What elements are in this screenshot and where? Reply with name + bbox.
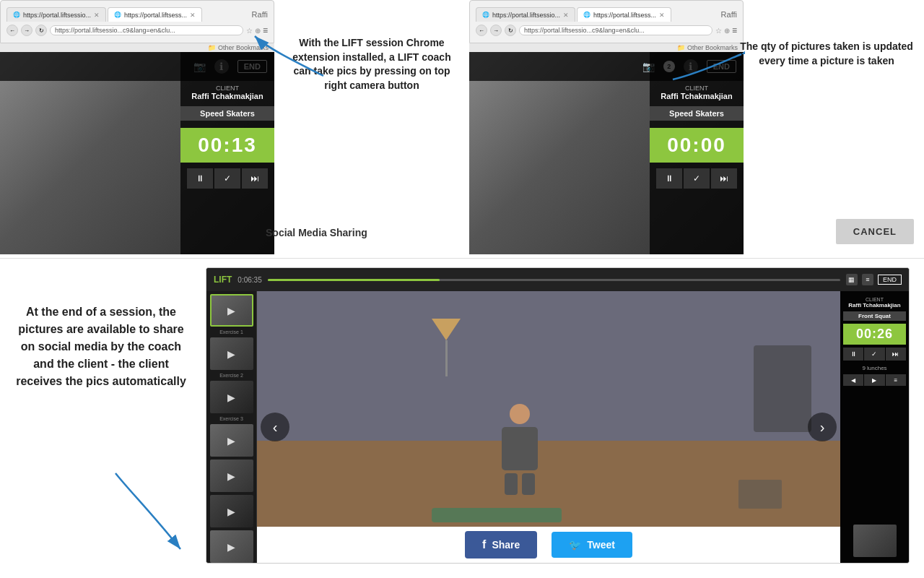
exercise-right: Speed Skaters xyxy=(650,106,744,121)
browser-tab-2-left[interactable]: 🌐 https://portal.liftsess... ✕ xyxy=(108,7,202,22)
thumbnail-item-1[interactable]: ▶ xyxy=(210,294,253,327)
rp-set-btn-2[interactable]: ▶ xyxy=(864,374,884,386)
browser-tab-2-right[interactable]: 🌐 https://portal.liftsess... ✕ xyxy=(577,7,671,22)
check-btn-left[interactable]: ✓ xyxy=(214,168,240,189)
thumbnail-item-5[interactable]: ▶ xyxy=(210,460,253,492)
thumbnail-item-2[interactable]: ▶ xyxy=(210,337,253,370)
thumbnail-item-4[interactable]: ▶ xyxy=(210,424,253,457)
app-icon-grid[interactable]: ▦ xyxy=(846,274,858,285)
play-icon-4: ▶ xyxy=(227,435,235,447)
play-icon-6: ▶ xyxy=(227,506,235,517)
rp-set-btn-3[interactable]: ≡ xyxy=(886,374,906,386)
browser-tab-1-left[interactable]: 🌐 https://portal.liftsessio... ✕ xyxy=(6,7,106,22)
pause-btn-left[interactable]: ⏸ xyxy=(187,168,213,189)
browser-user-left: Raffi xyxy=(252,10,268,19)
nav-prev-button[interactable]: ‹ xyxy=(261,413,289,441)
rp-client-name: Raffi Tchakmakjian xyxy=(848,302,900,309)
bottom-left-arrow xyxy=(101,470,188,556)
forward-button-left[interactable]: → xyxy=(21,25,32,36)
social-sharing-label: Social Media Sharing xyxy=(266,227,367,238)
app-header-timer: 0:06:35 xyxy=(237,276,261,284)
thumbnail-label-3: Exercise 3 xyxy=(206,416,256,421)
skip-btn-right[interactable]: ⏭ xyxy=(711,168,737,189)
lamp-shade xyxy=(432,319,461,340)
divider xyxy=(0,258,924,259)
app-brand: LIFT xyxy=(214,275,232,285)
left-leg xyxy=(505,473,518,495)
bottom-section: At the end of a session, the pictures ar… xyxy=(0,260,924,578)
play-icon-2: ▶ xyxy=(227,348,235,360)
app-body: ▶ Exercise 1 ▶ Exercise 2 ▶ Exercise 3 ▶ xyxy=(206,291,909,563)
pause-btn-right[interactable]: ⏸ xyxy=(656,168,682,189)
nav-next-button[interactable]: › xyxy=(808,413,837,441)
thumbnail-item-7[interactable]: ▶ xyxy=(210,530,253,563)
tab-close-icon[interactable]: ✕ xyxy=(94,12,100,19)
forward-button-right[interactable]: → xyxy=(490,25,502,36)
tab-close-icon-2[interactable]: ✕ xyxy=(190,12,196,19)
back-button-left[interactable]: ← xyxy=(6,25,18,36)
exercise-left: Speed Skaters xyxy=(180,106,274,121)
browser-toolbar-left: ← → ↻ https://portal.liftsessio...c9&lan… xyxy=(6,25,268,36)
background-item xyxy=(738,480,782,509)
app-header-right: ▦ ≡ END xyxy=(846,274,902,285)
main-video: ‹ › f Share 🐦 Tweet xyxy=(257,291,840,563)
app-bottom-buttons: f Share 🐦 Tweet xyxy=(257,527,840,563)
rp-timer: 00:26 xyxy=(843,324,906,345)
thumbnail-item-3[interactable]: ▶ xyxy=(210,381,253,413)
play-icon-1: ▶ xyxy=(227,305,235,316)
browser-right: 🌐 https://portal.liftsessio... ✕ 🌐 https… xyxy=(469,0,744,224)
url-bar-right[interactable]: https://portal.liftsessio...c9&lang=en&c… xyxy=(519,25,712,35)
bottom-left-text: At the end of a session, the pictures ar… xyxy=(0,260,202,578)
twitter-icon: 🐦 xyxy=(569,539,581,551)
tab-close-icon-r2[interactable]: ✕ xyxy=(659,12,665,19)
thumbnail-label-2: Exercise 2 xyxy=(206,373,256,378)
session-controls-right: ⏸ ✓ ⏭ xyxy=(650,168,744,189)
client-name-left: Raffi Tchakmakjian xyxy=(191,92,263,100)
back-button-right[interactable]: ← xyxy=(476,25,487,36)
timer-left: 00:13 xyxy=(180,128,274,163)
browser-user-right: Raffi xyxy=(721,10,737,19)
reload-button-left[interactable]: ↻ xyxy=(35,25,47,36)
session-controls-left: ⏸ ✓ ⏭ xyxy=(180,168,274,189)
reload-button-right[interactable]: ↻ xyxy=(505,25,516,36)
thumbnail-panel: ▶ Exercise 1 ▶ Exercise 2 ▶ Exercise 3 ▶ xyxy=(206,291,257,563)
room-lamp xyxy=(432,319,461,376)
browser-left: 🌐 https://portal.liftsessio... ✕ 🌐 https… xyxy=(0,0,274,246)
browser-toolbar-right: ← → ↻ https://portal.liftsessio...c9&lan… xyxy=(476,25,737,36)
rp-set-btn-1[interactable]: ◀ xyxy=(843,374,863,386)
facebook-share-button[interactable]: f Share xyxy=(465,531,537,558)
skip-btn-left[interactable]: ⏭ xyxy=(242,168,268,189)
twitter-tweet-button[interactable]: 🐦 Tweet xyxy=(552,532,632,558)
rp-set-controls: ◀ ▶ ≡ xyxy=(843,374,906,386)
browser-tab-1-right[interactable]: 🌐 https://portal.liftsessio... ✕ xyxy=(476,7,575,22)
rp-sets: 9 lunches xyxy=(862,365,886,371)
timer-right: 00:00 xyxy=(650,128,744,163)
check-btn-right[interactable]: ✓ xyxy=(684,168,710,189)
app-icon-list[interactable]: ≡ xyxy=(862,274,873,285)
thumbnail-label-1: Exercise 1 xyxy=(206,329,256,335)
url-bar-left[interactable]: https://portal.liftsessio...c9&lang=en&c… xyxy=(50,25,243,35)
browser-menu-right[interactable]: ≡ xyxy=(732,25,737,35)
tab-close-icon-r1[interactable]: ✕ xyxy=(563,12,569,19)
browser-tabs-left: 🌐 https://portal.liftsessio... ✕ 🌐 https… xyxy=(6,7,268,22)
client-label-left: Client xyxy=(216,85,239,92)
play-icon-3: ▶ xyxy=(227,392,235,403)
rp-exercise: Front Squat xyxy=(843,311,906,321)
thumbnail-item-6[interactable]: ▶ xyxy=(210,495,253,527)
app-header: LIFT 0:06:35 ▦ ≡ END xyxy=(206,268,909,291)
browser-tabs-right: 🌐 https://portal.liftsessio... ✕ 🌐 https… xyxy=(476,7,737,22)
person-legs xyxy=(502,473,538,495)
video-content xyxy=(257,291,840,563)
rp-pause-btn[interactable]: ⏸ xyxy=(843,348,863,361)
floor-mat xyxy=(432,508,562,522)
app-end-button[interactable]: END xyxy=(878,275,902,285)
person-body xyxy=(502,427,538,470)
browser-chrome-right: 🌐 https://portal.liftsessio... ✕ 🌐 https… xyxy=(469,0,744,43)
session-overlay-left: 📷 ℹ END Client Raffi Tchakmakjian Speed … xyxy=(0,52,274,254)
rp-check-btn[interactable]: ✓ xyxy=(864,348,884,361)
play-icon-7: ▶ xyxy=(227,541,235,553)
rp-skip-btn[interactable]: ⏭ xyxy=(886,348,906,361)
play-icon-5: ▶ xyxy=(227,470,235,482)
cancel-button[interactable]: CANCEL xyxy=(836,219,914,244)
arrow-left-annotation xyxy=(251,25,338,83)
